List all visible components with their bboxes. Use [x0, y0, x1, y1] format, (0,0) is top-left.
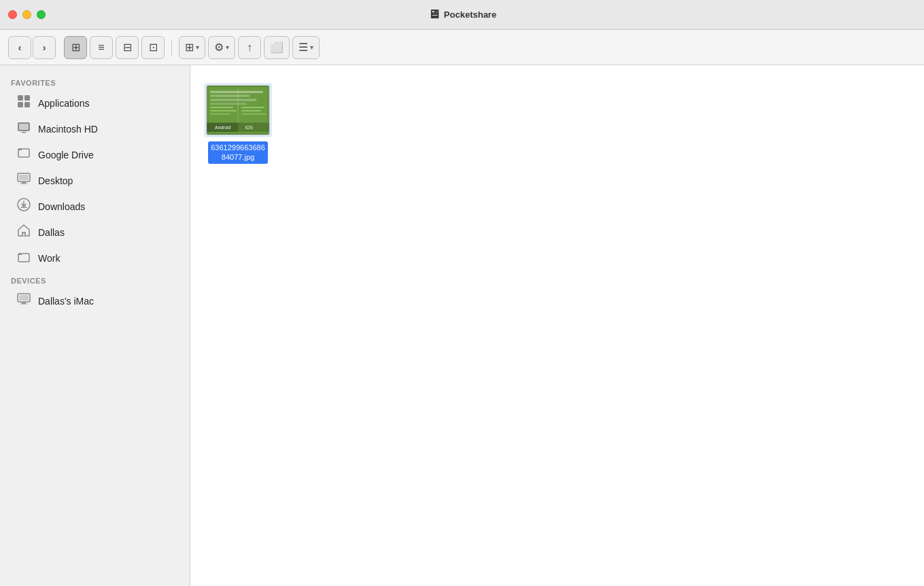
svg-rect-12	[20, 184, 27, 184]
group-icon: ⊞	[185, 41, 194, 54]
svg-rect-26	[210, 99, 256, 101]
sidebar-item-desktop[interactable]: Desktop	[5, 168, 184, 193]
dallas-imac-label: Dallas's iMac	[38, 296, 94, 307]
svg-rect-3	[24, 102, 30, 107]
devices-header: Devices	[0, 271, 190, 288]
sidebar: Favorites Applications Macinto	[0, 65, 190, 586]
dallas-imac-icon	[16, 292, 31, 309]
sidebar-item-dallas-imac[interactable]: Dallas's iMac	[5, 288, 184, 313]
close-button[interactable]	[8, 10, 17, 19]
forward-icon: ›	[43, 42, 46, 53]
file-item[interactable]: Android iOS 636129966368684077.jpg	[204, 79, 272, 168]
sidebar-item-macintosh-hd[interactable]: Macintosh HD	[5, 116, 184, 141]
svg-rect-8	[18, 149, 22, 150]
action-chevron: ▾	[226, 44, 229, 51]
svg-rect-33	[210, 107, 233, 108]
title-bar: 🖥 Pocketshare	[0, 0, 924, 30]
gallery-view-button[interactable]: ⊡	[141, 36, 165, 59]
column-view-icon: ⊟	[123, 41, 132, 54]
svg-rect-2	[18, 102, 23, 107]
svg-rect-19	[19, 295, 29, 300]
column-view-button[interactable]: ⊟	[116, 36, 139, 59]
file-name: 636129966368684077.jpg	[208, 141, 268, 164]
window-title: 🖥 Pocketshare	[428, 7, 496, 22]
google-drive-label: Google Drive	[38, 150, 94, 160]
window-title-text: Pocketshare	[444, 10, 496, 20]
svg-rect-10	[19, 175, 29, 180]
downloads-icon	[16, 198, 31, 215]
tag-button[interactable]: ⬜	[264, 36, 290, 59]
list-options-icon: ☰	[298, 41, 308, 54]
list-view-icon: ≡	[98, 41, 104, 54]
back-icon: ‹	[18, 42, 22, 53]
desktop-icon	[16, 172, 31, 189]
toolbar-separator-1	[171, 39, 172, 56]
minimize-button[interactable]	[22, 10, 31, 19]
tag-icon: ⬜	[270, 41, 284, 54]
file-thumbnail: Android iOS	[206, 85, 270, 135]
favorites-header: Favorites	[0, 73, 190, 90]
applications-icon	[16, 94, 31, 111]
svg-rect-25	[210, 95, 250, 97]
downloads-label: Downloads	[38, 201, 85, 212]
svg-rect-35	[210, 114, 230, 115]
applications-label: Applications	[38, 98, 90, 109]
traffic-lights	[8, 10, 46, 19]
list-options-button[interactable]: ☰ ▾	[292, 36, 320, 59]
svg-rect-6	[22, 132, 26, 133]
share-icon: ↑	[247, 41, 252, 54]
svg-text:Android: Android	[215, 125, 231, 130]
desktop-label: Desktop	[38, 175, 73, 186]
macintosh-hd-icon	[16, 120, 31, 137]
icon-view-icon: ⊞	[71, 41, 80, 54]
file-thumbnail-wrapper: Android iOS	[204, 83, 272, 137]
sidebar-item-applications[interactable]: Applications	[5, 90, 184, 116]
list-view-button[interactable]: ≡	[90, 36, 113, 59]
work-icon	[16, 249, 31, 266]
back-button[interactable]: ‹	[8, 36, 31, 59]
group-chevron: ▾	[196, 44, 199, 51]
svg-rect-0	[18, 95, 23, 101]
gallery-view-icon: ⊡	[149, 41, 158, 54]
dallas-label: Dallas	[38, 227, 65, 238]
nav-buttons: ‹ ›	[8, 36, 56, 59]
sidebar-item-work[interactable]: Work	[5, 245, 184, 271]
svg-rect-11	[22, 182, 26, 184]
svg-rect-17	[18, 254, 22, 255]
svg-rect-30	[238, 122, 269, 132]
macintosh-hd-label: Macintosh HD	[38, 124, 98, 135]
dallas-icon	[16, 224, 31, 241]
action-button[interactable]: ⚙ ▾	[208, 36, 235, 59]
icon-view-button[interactable]: ⊞	[64, 36, 87, 59]
group-button[interactable]: ⊞ ▾	[179, 36, 205, 59]
svg-rect-21	[20, 304, 27, 305]
svg-rect-36	[241, 107, 264, 108]
svg-text:iOS: iOS	[245, 125, 254, 130]
maximize-button[interactable]	[37, 10, 46, 19]
file-area[interactable]: Android iOS 636129966368684077.jpg	[190, 65, 924, 586]
svg-rect-34	[210, 110, 237, 111]
svg-rect-1	[24, 95, 30, 101]
sidebar-item-google-drive[interactable]: Google Drive	[5, 142, 184, 167]
work-label: Work	[38, 253, 60, 264]
google-drive-icon	[16, 146, 31, 163]
share-button[interactable]: ↑	[238, 36, 261, 59]
sidebar-item-dallas[interactable]: Dallas	[5, 220, 184, 245]
toolbar: ‹ › ⊞ ≡ ⊟ ⊡ ⊞ ▾ ⚙ ▾ ↑ ⬜ ☰ ▾	[0, 30, 924, 65]
sidebar-item-downloads[interactable]: Downloads	[5, 194, 184, 219]
svg-rect-5	[19, 124, 29, 130]
svg-rect-37	[241, 110, 261, 111]
window-icon: 🖥	[428, 7, 440, 22]
forward-button[interactable]: ›	[33, 36, 56, 59]
gear-icon: ⚙	[214, 41, 224, 54]
main-content: Favorites Applications Macinto	[0, 65, 924, 586]
svg-rect-27	[210, 103, 247, 105]
list-chevron: ▾	[310, 44, 313, 51]
svg-rect-20	[22, 303, 26, 304]
svg-rect-24	[210, 91, 263, 93]
svg-rect-38	[241, 114, 267, 115]
